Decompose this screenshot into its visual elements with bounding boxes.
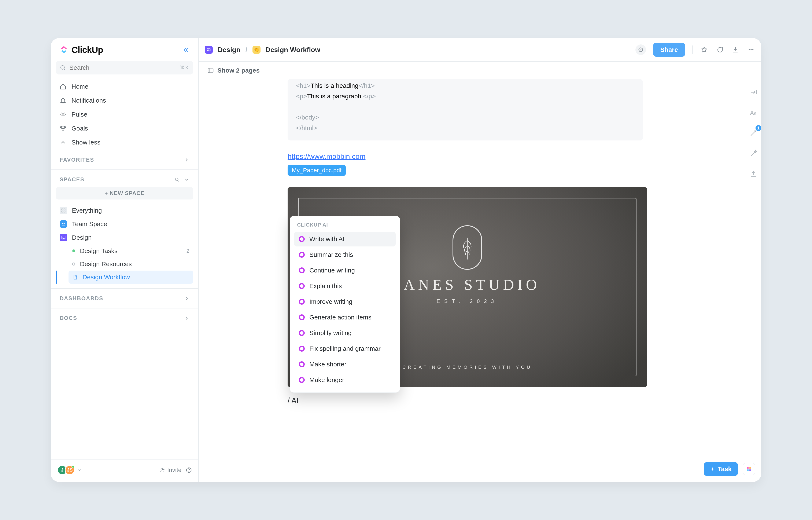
ai-item-icon xyxy=(299,346,305,352)
nav-goals[interactable]: Goals xyxy=(56,122,193,135)
nav-showless-label: Show less xyxy=(72,139,101,146)
tree-design-tasks[interactable]: Design Tasks 2 xyxy=(69,244,193,257)
ai-item-actions[interactable]: Generate action items xyxy=(294,310,396,325)
nav-showless[interactable]: Show less xyxy=(56,136,193,149)
block-icon[interactable] xyxy=(635,45,646,55)
tree-count: 2 xyxy=(187,248,189,254)
ai-item-explain[interactable]: Explain this xyxy=(294,279,396,293)
ai-rail-icon[interactable]: 1 xyxy=(748,127,759,138)
svg-point-2 xyxy=(175,178,178,181)
chevron-down-icon[interactable] xyxy=(184,177,189,182)
help-icon[interactable] xyxy=(186,467,192,473)
ai-item-label: Simplify writing xyxy=(309,330,352,337)
sidebar-panel-icon xyxy=(207,67,214,74)
trophy-icon xyxy=(60,125,66,132)
svg-rect-4 xyxy=(64,209,65,210)
ai-item-label: Make longer xyxy=(309,376,344,384)
chevron-right-icon xyxy=(184,315,189,321)
svg-rect-5 xyxy=(62,211,63,212)
favorite-icon[interactable] xyxy=(700,46,708,54)
svg-point-18 xyxy=(751,49,752,50)
image-logo-badge-icon xyxy=(453,225,482,270)
favorites-label: FAVORITES xyxy=(60,157,94,163)
ai-item-simplify[interactable]: Simplify writing xyxy=(294,326,396,340)
svg-point-0 xyxy=(61,66,64,70)
pulse-icon xyxy=(60,111,66,118)
magic-icon[interactable] xyxy=(748,148,759,159)
new-task-button[interactable]: Task xyxy=(704,462,738,476)
subheader[interactable]: Show 2 pages xyxy=(199,62,761,79)
ai-item-longer[interactable]: Make longer xyxy=(294,372,396,387)
nav-home[interactable]: Home xyxy=(56,80,193,93)
ai-item-write[interactable]: Write with AI xyxy=(294,232,396,246)
favorites-header[interactable]: FAVORITES xyxy=(56,155,193,165)
collapse-sidebar-icon[interactable] xyxy=(182,46,190,54)
file-chip[interactable]: My_Paper_doc.pdf xyxy=(288,165,346,176)
docs-header[interactable]: DOCS xyxy=(56,313,193,323)
search-input[interactable]: ⌘K xyxy=(56,61,193,75)
ai-item-label: Make shorter xyxy=(309,361,346,368)
code-tag: </p> xyxy=(363,93,376,100)
ai-item-spelling[interactable]: Fix spelling and grammar xyxy=(294,341,396,356)
svg-point-8 xyxy=(64,223,65,224)
crumb-page[interactable]: Design Workflow xyxy=(266,46,320,54)
code-tag: </h1> xyxy=(358,82,375,89)
share-button[interactable]: Share xyxy=(653,43,685,57)
dashboards-header[interactable]: DASHBOARDS xyxy=(56,293,193,303)
tree-design-workflow[interactable]: Design Workflow xyxy=(69,270,193,284)
svg-rect-6 xyxy=(64,211,65,212)
crumb-space[interactable]: Design xyxy=(218,46,240,54)
doc-link[interactable]: https://www.mobbin.com xyxy=(288,152,366,161)
sidebar-header: ClickUp xyxy=(51,38,198,59)
grid-icon xyxy=(60,207,67,214)
code-text: This is a paragraph. xyxy=(307,93,363,100)
slash-command-text[interactable]: / AI xyxy=(288,396,761,405)
ai-item-icon xyxy=(299,236,305,242)
primary-nav: Home Notifications Pulse Goals Show less xyxy=(51,79,198,150)
new-space-button[interactable]: + NEW SPACE xyxy=(56,187,193,200)
download-icon[interactable] xyxy=(731,46,740,54)
tree-design-resources[interactable]: Design Resources xyxy=(69,257,193,270)
typography-icon[interactable]: Aa xyxy=(748,107,759,118)
image-icon xyxy=(60,234,67,241)
search-field[interactable] xyxy=(69,64,179,72)
svg-point-24 xyxy=(749,467,751,469)
space-everything-label: Everything xyxy=(72,207,102,214)
ai-menu-title: CLICKUP AI xyxy=(291,220,399,231)
search-shortcut: ⌘K xyxy=(179,65,189,71)
spaces-label: SPACES xyxy=(60,176,84,183)
rail-badge: 1 xyxy=(756,125,761,131)
nav-pulse[interactable]: Pulse xyxy=(56,108,193,121)
ai-item-icon xyxy=(299,377,305,383)
bell-icon xyxy=(60,97,66,104)
invite-label: Invite xyxy=(167,467,182,473)
spaces-search-icon[interactable] xyxy=(174,177,180,182)
chevron-down-icon[interactable] xyxy=(77,468,82,472)
home-icon xyxy=(60,83,66,90)
ai-item-continue[interactable]: Continue writing xyxy=(294,263,396,278)
app-logo[interactable]: ClickUp xyxy=(59,45,103,55)
space-team[interactable]: Team Space xyxy=(56,217,193,231)
workspace-avatars[interactable]: J JS xyxy=(57,465,82,475)
code-block[interactable]: <h1>This is a heading</h1> <p>This is a … xyxy=(288,79,643,140)
invite-button[interactable]: Invite xyxy=(159,467,182,473)
more-icon[interactable] xyxy=(747,46,755,54)
indent-icon[interactable] xyxy=(748,87,759,98)
svg-point-19 xyxy=(752,49,754,50)
svg-point-17 xyxy=(749,49,750,50)
upload-icon[interactable] xyxy=(748,168,759,179)
ai-item-icon xyxy=(299,361,305,367)
nav-notifications[interactable]: Notifications xyxy=(56,94,193,107)
ai-item-improve[interactable]: Improve writing xyxy=(294,294,396,309)
ai-item-icon xyxy=(299,252,305,258)
ai-item-summarize[interactable]: Summarize this xyxy=(294,247,396,262)
ai-item-shorter[interactable]: Make shorter xyxy=(294,357,396,372)
space-everything[interactable]: Everything xyxy=(56,204,193,217)
apps-icon xyxy=(746,466,752,472)
sidebar: ClickUp ⌘K Home Notifications Pulse Goal… xyxy=(51,38,199,482)
space-design[interactable]: Design xyxy=(56,231,193,244)
app-frame: ClickUp ⌘K Home Notifications Pulse Goal… xyxy=(51,38,761,482)
top-actions: Share xyxy=(635,43,755,57)
apps-button[interactable] xyxy=(742,463,755,475)
comments-icon[interactable] xyxy=(715,46,724,54)
